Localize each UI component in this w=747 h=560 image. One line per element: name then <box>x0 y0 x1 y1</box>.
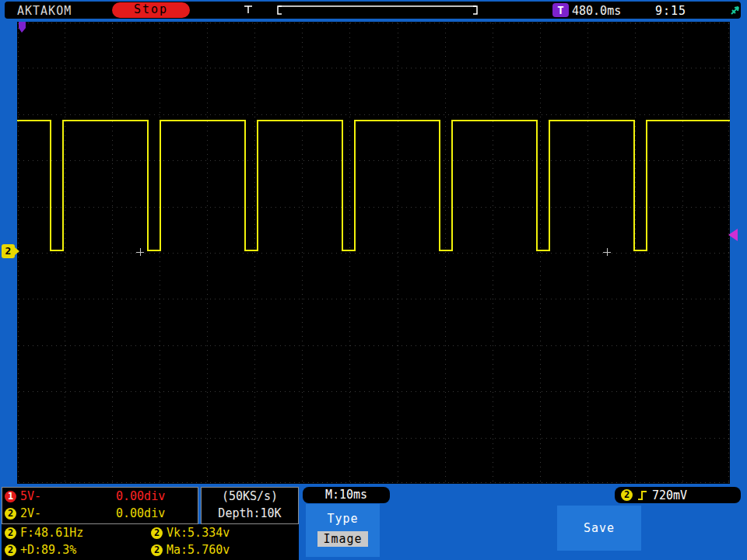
trigger-icon: T <box>552 3 569 17</box>
top-bar: AKTAKOM Stop T 480.0ms 9:15 <box>5 2 741 19</box>
measurement-value: Ma:5.760v <box>167 543 230 557</box>
stop-button[interactable]: Stop <box>112 2 190 18</box>
measure-channel-badge: 2 <box>5 544 16 556</box>
channel1-badge: 1 <box>5 491 16 502</box>
measure-channel-badge: 2 <box>151 527 163 539</box>
channel2-badge: 2 <box>5 508 16 520</box>
brand-label: AKTAKOM <box>17 4 72 18</box>
clock: 9:15 <box>655 4 686 18</box>
sample-rate: (50KS/s) <box>202 488 298 505</box>
trigger-channel-badge: 2 <box>621 489 633 501</box>
trigger-position-indicator <box>238 4 526 19</box>
measurement-value: +D:89.3% <box>20 543 76 557</box>
type-value-selected[interactable]: Image <box>317 531 367 547</box>
trigger-readout: 2 720mV <box>615 487 741 503</box>
rising-edge-icon <box>637 489 648 502</box>
trigger-delay-value: 480.0ms <box>572 4 621 18</box>
channel1-scale: 5V- <box>20 489 41 503</box>
measurement-value: F:48.61Hz <box>20 526 83 540</box>
record-depth: Depth:10K <box>202 505 298 522</box>
type-button[interactable]: Type Image <box>306 504 380 557</box>
channel2-offset: 0.00div <box>116 506 165 520</box>
trigger-position-marker <box>19 22 26 28</box>
timebase-readout: M:10ms <box>303 487 390 503</box>
measurement-duty: 2 +D:89.3% <box>5 543 151 557</box>
measurement-frequency: 2 F:48.61Hz <box>5 526 151 540</box>
trigger-level-value: 720mV <box>652 488 687 502</box>
channel1-offset: 0.00div <box>116 489 165 503</box>
trigger-level-arrow <box>728 229 738 241</box>
waveform-screen <box>17 22 730 484</box>
channel1-readout: 1 5V- 0.00div <box>2 488 198 505</box>
channel2-scale: 2V- <box>20 506 41 520</box>
measure-channel-badge: 2 <box>5 527 16 539</box>
measurements: 2 F:48.61Hz 2 Vk:5.334v 2 +D:89.3% 2 Ma:… <box>2 524 299 560</box>
measure-channel-badge: 2 <box>151 544 163 556</box>
channel2-ground-marker: 2 <box>2 244 15 258</box>
waveform-canvas <box>17 22 730 484</box>
measurement-ma: 2 Ma:5.760v <box>151 543 299 557</box>
save-button[interactable]: Save <box>557 506 641 551</box>
type-button-label: Type <box>306 512 380 526</box>
measurement-vk: 2 Vk:5.334v <box>151 526 299 540</box>
channel2-readout: 2 2V- 0.00div <box>2 505 198 522</box>
channel-readouts: 1 5V- 0.00div 2 2V- 0.00div <box>2 487 198 524</box>
measurement-value: Vk:5.334v <box>167 526 230 540</box>
trigger-position-icon <box>238 4 526 16</box>
peripheral-status-icon <box>729 4 742 19</box>
acquisition-readout: (50KS/s) Depth:10K <box>201 487 299 524</box>
